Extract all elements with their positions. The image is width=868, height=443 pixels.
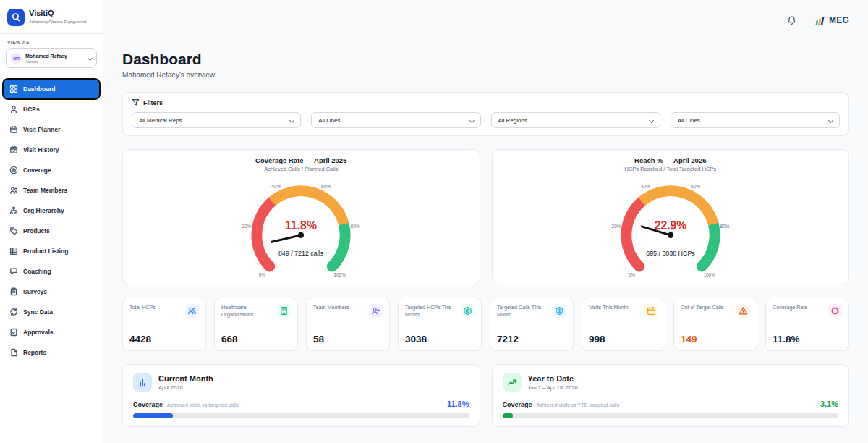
chevron-down-icon [289,117,294,122]
stat-card-targeted-hcps: Targeted HCPs This Month 3038 [398,298,482,351]
progress-bar-fill [133,413,173,418]
coverage-gauge-card: Coverage Rate — April 2026 Achieved Call… [122,149,480,284]
svg-text:80%: 80% [720,224,729,229]
stat-value: 149 [681,334,750,345]
svg-text:40%: 40% [641,184,650,189]
summary-subtitle: April 2026 [158,384,213,391]
sidebar-item-label: Coaching [23,268,51,275]
sidebar-item-surveys[interactable]: Surveys [4,282,99,301]
chevron-down-icon [828,117,833,122]
svg-text:80%: 80% [351,224,360,229]
stat-card-row: Total HCPs 4428 Healthcare Organizations… [122,298,849,351]
sidebar-item-products[interactable]: Products [4,222,99,240]
visitiq-logo-icon [7,9,25,26]
summary-title: Year to Date [528,374,578,383]
sidebar-item-reports[interactable]: Reports [4,343,99,362]
select-regions[interactable]: All Regions [491,112,660,128]
sidebar-item-hcps[interactable]: HCPs [4,100,99,119]
view-as-label: VIEW AS [0,40,103,45]
notification-bell-icon[interactable] [786,15,797,26]
sidebar-item-visit-planner[interactable]: Visit Planner [4,120,99,139]
avatar: MR [11,53,22,64]
sidebar-item-team-members[interactable]: Team Members [4,181,99,200]
stat-card-healthcare-orgs: Healthcare Organizations 668 [214,298,298,351]
stat-card-out-of-target: Out of Target Calls 149 [673,298,757,351]
sidebar-item-dashboard[interactable]: Dashboard [4,80,99,98]
metric-label: Coverage [133,401,163,408]
sidebar-item-label: Surveys [23,288,47,295]
summary-card-year-to-date: Year to Date Jan 1 – Apr 18, 2026 Covera… [492,364,850,427]
sidebar-item-org-hierarchy[interactable]: Org Hierarchy [4,201,99,220]
svg-text:20%: 20% [611,224,621,229]
stat-value: 11.8% [773,334,842,345]
progress-bar [503,413,839,418]
trend-up-icon [503,373,522,392]
stat-label: Targeted HCPs This Month [405,304,458,318]
filters-title: Filters [143,99,163,106]
page-subtitle: Mohamed Refaey's overview [122,71,849,79]
sidebar-item-product-listing[interactable]: Product Listing [4,242,99,261]
reach-gauge-chart: 0% 20% 40% 60% 80% 100% 22.9% 695 / 3038… [598,172,743,279]
topbar: MEG [122,0,849,41]
select-lines[interactable]: All Lines [311,112,480,128]
stat-value: 4428 [129,334,199,345]
svg-text:20%: 20% [242,224,252,229]
sidebar-item-approvals[interactable]: Approvals [4,323,99,342]
progress-bar [133,413,469,418]
chat-icon [9,267,18,276]
sidebar-item-sync-data[interactable]: Sync Data [4,303,99,321]
select-medical-reps[interactable]: All Medical Reps [132,112,301,128]
summary-card-current-month: Current Month April 2026 Coverage Achiev… [122,364,480,427]
gauge-needle [271,232,305,245]
select-value: All Regions [498,117,527,124]
person-icon [9,105,18,114]
building-icon [277,304,291,318]
sidebar-item-visit-history[interactable]: Visit History [4,140,99,159]
gauge-title: Coverage Rate — April 2026 [130,156,472,164]
main-content: MEG Dashboard Mohamed Refaey's overview … [103,0,868,443]
svg-text:40%: 40% [271,184,281,189]
sidebar-item-coverage[interactable]: Coverage [4,161,99,180]
sidebar-item-label: Sync Data [23,308,53,316]
coverage-gauge-chart: 0% 20% 40% 60% 80% 100% 11.8% 849 / 7212… [229,172,373,279]
sidebar-item-label: Visit History [23,146,59,153]
sidebar-item-label: Dashboard [23,85,55,93]
user-selector[interactable]: MR Mohamed Refaey Admin [6,48,97,68]
sidebar-item-label: Org Hierarchy [23,207,64,214]
select-value: All Lines [318,117,340,124]
meg-logo-icon [814,15,827,26]
report-icon [9,348,18,357]
sidebar-item-label: Reports [23,349,46,356]
stat-card-total-hcps: Total HCPs 4428 [122,298,206,351]
calendar-icon [9,125,18,134]
progress-bar-fill [503,413,513,418]
gauge-subtitle: HCPs Reached / Total Targeted HCPs [500,166,842,172]
user-role: Admin [25,59,67,64]
svg-text:100%: 100% [703,272,715,277]
calendar-icon [644,304,658,318]
clipboard-icon [9,287,18,296]
svg-text:100%: 100% [334,272,346,277]
gauge-value: 22.9% [654,219,686,232]
summary-row: Current Month April 2026 Coverage Achiev… [122,364,849,427]
metric-value: 11.8% [447,400,469,408]
svg-text:60%: 60% [321,184,331,189]
select-cities[interactable]: All Cities [671,112,840,128]
target-icon [9,166,18,174]
stat-card-visits: Visits This Month 998 [582,298,665,351]
user-name: Mohamed Refaey [25,54,67,59]
select-value: All Cities [678,117,700,124]
stat-label: Coverage Rate [773,304,807,318]
metric-description: Achieved visits vs YTD targeted calls [537,402,620,408]
sync-icon [9,308,18,316]
chevron-down-icon [649,117,654,122]
calendar-check-icon [9,145,18,154]
svg-text:0%: 0% [628,272,635,277]
ring-icon [828,304,842,318]
filter-funnel-icon [132,98,140,106]
stat-label: Team Members [313,304,349,318]
sidebar-item-label: Coverage [23,166,51,174]
document-check-icon [9,328,18,337]
stat-label: Out of Target Calls [681,304,723,318]
sidebar-item-coaching[interactable]: Coaching [4,262,99,281]
